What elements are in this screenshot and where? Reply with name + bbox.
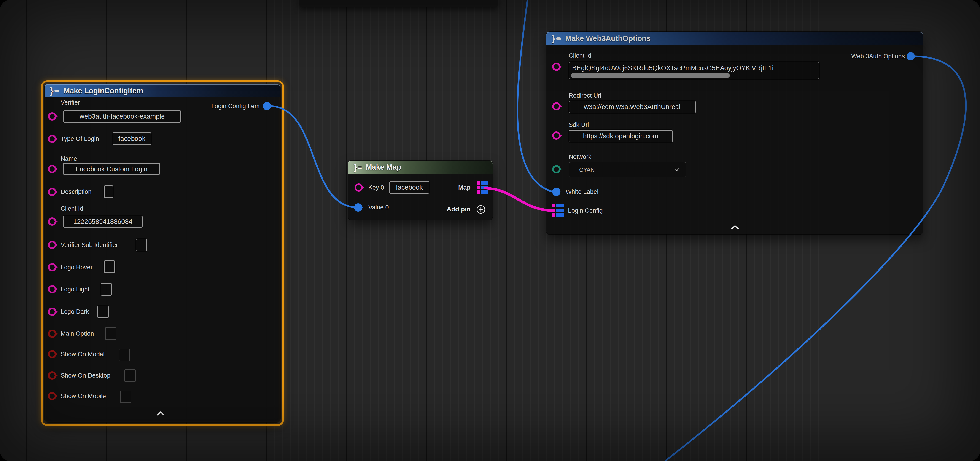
pin-label-name: Name <box>60 155 77 162</box>
client-id-value: BEglQSgt4cUWcj6SKRdu5QkOXTsePmMcusG5EAoy… <box>572 64 773 72</box>
name-field[interactable]: Facebook Custom Login <box>63 163 160 175</box>
pin-label-white-label: White Label <box>566 188 598 196</box>
wire-map-to-loginconfig <box>485 188 552 211</box>
make-map-icon: }≡ <box>354 163 361 172</box>
output-pin-web3auth-options[interactable] <box>907 52 915 60</box>
input-pin-client-id[interactable] <box>552 63 560 71</box>
make-struct-icon: } <box>50 86 59 95</box>
pin-label-logo-hover: Logo Hover <box>60 264 93 271</box>
key-0-field[interactable]: facebook <box>389 181 430 194</box>
network-dropdown[interactable]: CYAN <box>569 162 686 178</box>
input-pin-login-config[interactable] <box>552 204 564 216</box>
output-label-login-config-item: Login Config Item <box>211 103 259 110</box>
pin-label-type-of-login: Type Of Login <box>60 135 99 143</box>
show-on-mobile-checkbox[interactable] <box>120 391 131 403</box>
pin-label-description: Description <box>60 188 92 196</box>
type-of-login-field[interactable]: facebook <box>113 132 151 145</box>
pin-label-show-on-mobile: Show On Mobile <box>60 393 106 400</box>
node-make-loginconfigitem[interactable]: } Make LoginConfigItem Login Config Item… <box>45 84 280 422</box>
output-pin-login-config-item[interactable] <box>263 102 271 110</box>
input-pin-show-on-modal[interactable] <box>48 350 56 358</box>
input-pin-logo-dark[interactable] <box>48 308 56 316</box>
network-selected-value: CYAN <box>579 167 595 173</box>
description-field[interactable] <box>104 186 113 198</box>
pin-label-value-0: Value 0 <box>368 204 389 211</box>
node-make-map[interactable]: }≡ Make Map Key 0 facebook Map Value 0 A… <box>348 161 493 220</box>
node-header-make-map[interactable]: }≡ Make Map <box>348 161 493 174</box>
input-pin-verifier[interactable] <box>48 112 56 121</box>
input-pin-type-of-login[interactable] <box>48 135 56 143</box>
logo-hover-field[interactable] <box>104 261 115 273</box>
output-label-web3auth-options: Web 3Auth Options <box>851 53 905 60</box>
node-title: Make Map <box>366 163 401 172</box>
pin-label-login-config: Login Config <box>568 207 603 214</box>
chevron-down-icon <box>675 168 679 171</box>
input-pin-client-id[interactable] <box>48 218 56 226</box>
sdk-url-field[interactable]: https://sdk.openlogin.com <box>569 130 673 143</box>
blueprint-graph-canvas[interactable]: } Make LoginConfigItem Login Config Item… <box>0 0 980 461</box>
show-on-modal-checkbox[interactable] <box>119 349 130 361</box>
collapse-chevron-icon[interactable] <box>156 411 165 416</box>
pin-label-sdk-url: Sdk Url <box>569 121 589 129</box>
input-pin-logo-hover[interactable] <box>48 263 56 272</box>
pin-label-logo-dark: Logo Dark <box>60 308 89 315</box>
client-id-field[interactable]: 1222658941886084 <box>63 216 143 227</box>
input-pin-show-on-desktop[interactable] <box>48 371 56 380</box>
input-pin-main-option[interactable] <box>48 329 56 338</box>
pin-label-show-on-desktop: Show On Desktop <box>60 372 110 379</box>
output-pin-map[interactable] <box>477 181 488 194</box>
input-pin-value-0[interactable] <box>354 203 362 211</box>
pin-label-network: Network <box>569 153 591 161</box>
node-header-make-web3authoptions[interactable]: } Make Web3AuthOptions <box>546 32 923 45</box>
partial-node-offscreen-top[interactable] <box>299 0 498 7</box>
input-pin-verifier-sub-identifier[interactable] <box>48 241 56 249</box>
input-pin-description[interactable] <box>48 188 56 196</box>
redirect-url-field[interactable]: w3a://com.w3a.Web3AuthUnreal <box>569 101 696 113</box>
pin-label-client-id: Client Id <box>569 52 591 59</box>
main-option-checkbox[interactable] <box>105 327 116 340</box>
add-pin-button[interactable]: Add pin <box>447 205 471 213</box>
input-pin-show-on-mobile[interactable] <box>48 392 56 400</box>
pin-label-key-0: Key 0 <box>368 184 384 191</box>
wire-loginconfigitem-to-value0 <box>270 106 357 207</box>
client-id-field-scrollbar[interactable] <box>571 73 730 78</box>
input-pin-network[interactable] <box>552 165 560 173</box>
node-make-web3authoptions[interactable]: } Make Web3AuthOptions Web 3Auth Options… <box>546 32 923 234</box>
pin-label-verifier: Verifier <box>60 99 80 106</box>
node-title: Make LoginConfigItem <box>64 86 143 95</box>
pin-label-verifier-sub-identifier: Verifier Sub Identifier <box>60 242 118 248</box>
input-pin-key-0[interactable] <box>355 183 363 192</box>
node-header-make-loginconfigitem[interactable]: } Make LoginConfigItem <box>45 84 280 97</box>
verifier-field[interactable]: web3auth-facebook-example <box>63 110 181 122</box>
add-pin-plus-icon[interactable] <box>476 205 486 214</box>
logo-dark-field[interactable] <box>97 305 109 318</box>
input-pin-white-label[interactable] <box>552 188 560 196</box>
show-on-desktop-checkbox[interactable] <box>124 369 136 382</box>
make-struct-icon: } <box>552 34 561 43</box>
collapse-chevron-icon[interactable] <box>730 225 740 230</box>
pin-label-main-option: Main Option <box>60 330 94 337</box>
pin-label-client-id: Client Id <box>60 205 83 212</box>
input-pin-logo-light[interactable] <box>48 285 56 293</box>
node-title: Make Web3AuthOptions <box>565 34 651 43</box>
pin-label-redirect-url: Redirect Url <box>569 92 601 99</box>
input-pin-redirect-url[interactable] <box>552 102 560 110</box>
pin-label-show-on-modal: Show On Modal <box>60 351 105 358</box>
input-pin-name[interactable] <box>48 165 56 173</box>
output-label-map: Map <box>458 184 471 191</box>
pin-label-logo-light: Logo Light <box>60 286 89 293</box>
verifier-sub-identifier-field[interactable] <box>136 239 147 251</box>
logo-light-field[interactable] <box>101 283 112 296</box>
input-pin-sdk-url[interactable] <box>552 132 560 140</box>
